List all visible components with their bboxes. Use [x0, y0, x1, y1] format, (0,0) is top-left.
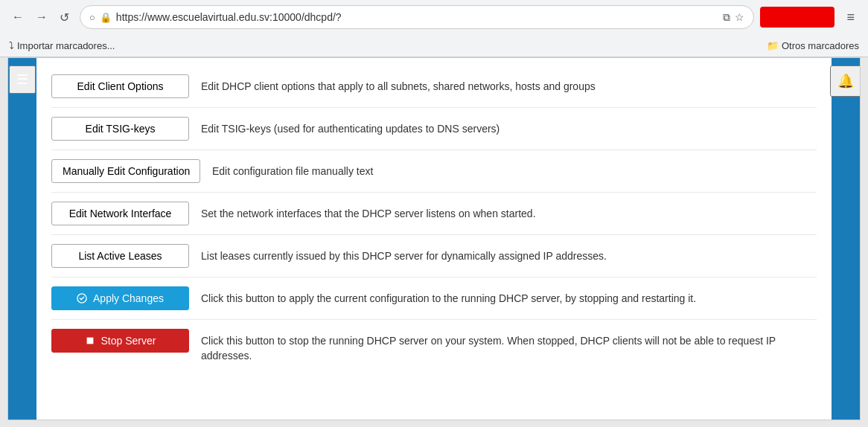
main-content: Edit Client Options Edit DHCP client opt…: [36, 58, 832, 420]
action-button-edit-network-interface[interactable]: Edit Network Interface: [51, 202, 189, 225]
import-bookmarks-link[interactable]: ⤵ Importar marcadores...: [9, 40, 115, 51]
folder-icon: ⤵: [9, 40, 14, 51]
action-row-edit-network-interface: Edit Network Interface Set the network i…: [51, 193, 817, 235]
action-button-stop-server[interactable]: Stop Server: [51, 329, 189, 353]
security-icon: ○: [89, 12, 95, 23]
action-button-label-edit-tsig-keys: Edit TSIG-keys: [86, 123, 156, 135]
action-button-label-manually-edit-configuration: Manually Edit Configuration: [63, 165, 190, 177]
action-button-label-edit-network-interface: Edit Network Interface: [69, 208, 172, 219]
action-row-list-active-leases: List Active Leases List leases currently…: [51, 235, 817, 277]
profile-button[interactable]: [760, 7, 835, 28]
action-button-label-list-active-leases: List Active Leases: [78, 250, 162, 262]
action-description-stop-server: Click this button to stop the running DH…: [201, 329, 817, 363]
action-description-edit-network-interface: Set the network interfaces that the DHCP…: [201, 202, 817, 222]
action-description-manually-edit-configuration: Edit configuration file manually text: [212, 159, 817, 179]
action-description-apply-changes: Click this button to apply the current c…: [201, 286, 817, 306]
other-bookmarks-link[interactable]: 📁 Otros marcadores: [767, 40, 859, 51]
star-icon[interactable]: ☆: [735, 11, 744, 23]
folder-other-icon: 📁: [767, 40, 779, 51]
action-button-apply-changes[interactable]: Apply Changes: [51, 286, 189, 310]
reload-button[interactable]: ↺: [55, 7, 74, 28]
action-row-edit-tsig-keys: Edit TSIG-keys Edit TSIG-keys (used for …: [51, 108, 817, 150]
action-description-edit-tsig-keys: Edit TSIG-keys (used for authenticating …: [201, 117, 817, 137]
action-description-edit-client-options: Edit DHCP client options that apply to a…: [201, 74, 817, 94]
action-button-list-active-leases[interactable]: List Active Leases: [51, 244, 189, 268]
svg-rect-1: [86, 338, 93, 344]
address-bar[interactable]: ○ 🔒 ⧉ ☆: [80, 5, 754, 29]
browser-toolbar: ← → ↺ ○ 🔒 ⧉ ☆ ≡: [0, 0, 868, 34]
action-button-manually-edit-configuration[interactable]: Manually Edit Configuration: [51, 159, 200, 183]
stop-icon: [85, 336, 95, 346]
action-row-stop-server: Stop Server Click this button to stop th…: [51, 320, 817, 372]
action-button-edit-tsig-keys[interactable]: Edit TSIG-keys: [51, 117, 189, 141]
action-button-label-edit-client-options: Edit Client Options: [77, 80, 164, 92]
action-button-label-stop-server: Stop Server: [101, 335, 156, 347]
check-circle-icon: [77, 293, 87, 304]
action-row-apply-changes: Apply Changes Click this button to apply…: [51, 277, 817, 320]
sidebar-left: ☰: [8, 58, 36, 420]
notification-bell-button[interactable]: 🔔: [830, 65, 861, 97]
action-button-edit-client-options[interactable]: Edit Client Options: [51, 74, 189, 98]
action-description-list-active-leases: List leases currently issued by this DHC…: [201, 244, 817, 264]
browser-menu-button[interactable]: ≡: [840, 7, 861, 28]
page-wrapper: ☰ 🔔 Edit Client Options Edit DHCP client…: [7, 57, 861, 420]
lock-icon: 🔒: [100, 12, 112, 23]
action-row-edit-client-options: Edit Client Options Edit DHCP client opt…: [51, 65, 817, 108]
nav-buttons: ← → ↺: [7, 7, 74, 28]
copy-icon[interactable]: ⧉: [723, 11, 730, 24]
back-button[interactable]: ←: [7, 7, 28, 28]
sidebar-menu-button[interactable]: ☰: [9, 65, 36, 94]
action-button-label-apply-changes: Apply Changes: [93, 292, 164, 304]
action-row-manually-edit-configuration: Manually Edit Configuration Edit configu…: [51, 150, 817, 193]
forward-button[interactable]: →: [31, 7, 52, 28]
browser-chrome: ← → ↺ ○ 🔒 ⧉ ☆ ≡ ⤵ Importar marcadores...…: [0, 0, 868, 57]
sidebar-right: 🔔: [832, 58, 860, 420]
bookmarks-bar: ⤵ Importar marcadores... 📁 Otros marcado…: [0, 34, 868, 57]
url-input[interactable]: [116, 11, 719, 23]
